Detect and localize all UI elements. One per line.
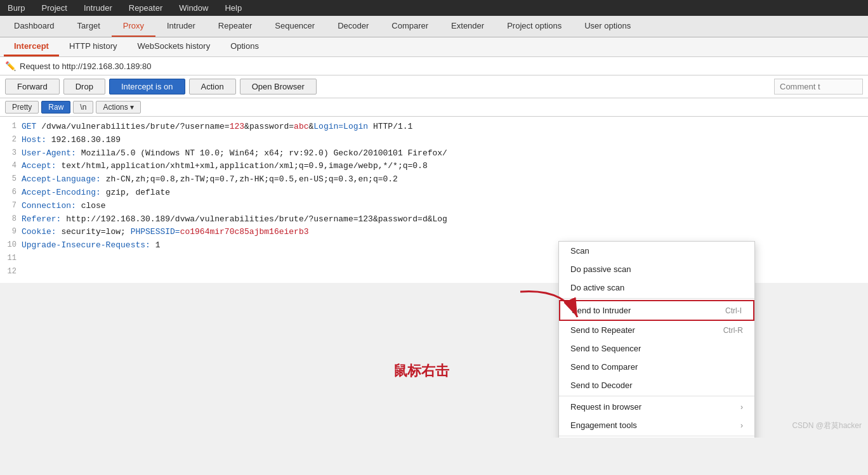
ctx-engagement-tools-label: Engagement tools	[570, 420, 637, 430]
ctx-send-repeater[interactable]: Send to Repeater Ctrl-R	[559, 321, 754, 339]
editor-line-3: 3 User-Agent: Mozilla/5.0 (Windows NT 10…	[5, 147, 863, 160]
context-menu: Scan Do passive scan Do active scan Send…	[558, 241, 755, 438]
ctx-sep-1	[559, 298, 754, 299]
tab-proxy[interactable]: Proxy	[112, 16, 155, 37]
actions-button[interactable]: Actions ▾	[96, 101, 140, 114]
chinese-annotation: 鼠标右击	[393, 361, 449, 381]
tab-decoder[interactable]: Decoder	[326, 16, 380, 37]
ctx-engagement-tools[interactable]: Engagement tools ›	[559, 416, 754, 434]
subtab-intercept[interactable]: Intercept	[4, 37, 59, 56]
drop-button[interactable]: Drop	[63, 79, 105, 94]
editor-line-2: 2 Host: 192.168.30.189	[5, 134, 863, 147]
ctx-send-decoder-label: Send to Decoder	[570, 381, 633, 390]
ctx-send-comparer[interactable]: Send to Comparer	[559, 358, 754, 376]
tab-user-options[interactable]: User options	[573, 16, 642, 37]
sub-tab-bar: Intercept HTTP history WebSockets histor…	[0, 37, 868, 57]
ctx-request-browser[interactable]: Request in browser ›	[559, 398, 754, 416]
comment-input[interactable]	[774, 79, 863, 94]
ctx-engagement-tools-arrow: ›	[740, 421, 743, 430]
editor-line-9: 9 Cookie: security=low; PHPSESSID=co1964…	[5, 226, 863, 239]
menu-window[interactable]: Window	[175, 1, 212, 15]
subtab-options[interactable]: Options	[220, 37, 269, 56]
request-toolbar: ✏️ Request to http://192.168.30.189:80	[0, 57, 868, 75]
editor-line-4: 4 Accept: text/html,application/xhtml+xm…	[5, 160, 863, 173]
ctx-send-sequencer[interactable]: Send to Sequencer	[559, 339, 754, 358]
ctx-sep-2	[559, 396, 754, 396]
ctx-sep-3	[559, 436, 754, 436]
ctx-send-intruder-shortcut: Ctrl-I	[725, 306, 742, 315]
request-label: Request to http://192.168.30.189:80	[20, 62, 151, 71]
editor-line-7: 7 Connection: close	[5, 200, 863, 213]
ctx-active-scan[interactable]: Do active scan	[559, 278, 754, 297]
menu-bar: Burp Project Intruder Repeater Window He…	[0, 0, 868, 16]
ctx-send-repeater-label: Send to Repeater	[570, 325, 635, 335]
ctx-send-decoder[interactable]: Send to Decoder	[559, 376, 754, 394]
ctx-send-repeater-shortcut: Ctrl-R	[723, 326, 743, 335]
ctx-send-intruder-label: Send to Intruder	[572, 306, 631, 315]
ctx-send-sequencer-label: Send to Sequencer	[570, 344, 641, 353]
tab-target[interactable]: Target	[66, 16, 112, 37]
actions-label: Actions	[103, 103, 128, 112]
edit-icon: ✏️	[5, 61, 16, 71]
editor-line-6: 6 Accept-Encoding: gzip, deflate	[5, 186, 863, 200]
open-browser-button[interactable]: Open Browser	[240, 79, 317, 94]
tab-extender[interactable]: Extender	[440, 16, 496, 37]
menu-help[interactable]: Help	[221, 1, 246, 15]
editor-line-5: 5 Accept-Language: zh-CN,zh;q=0.8,zh-TW;…	[5, 173, 863, 186]
tab-intruder[interactable]: Intruder	[155, 16, 207, 37]
forward-button[interactable]: Forward	[5, 79, 60, 94]
menu-burp[interactable]: Burp	[4, 1, 29, 15]
editor-line-8: 8 Referer: http://192.168.30.189/dvwa/vu…	[5, 213, 863, 226]
tab-comparer[interactable]: Comparer	[380, 16, 440, 37]
newline-button[interactable]: \n	[73, 101, 93, 114]
subtab-websockets-history[interactable]: WebSockets history	[128, 37, 221, 56]
tab-project-options[interactable]: Project options	[496, 16, 573, 37]
tab-sequencer[interactable]: Sequencer	[263, 16, 326, 37]
ctx-send-intruder[interactable]: Send to Intruder Ctrl-I	[559, 300, 754, 321]
ctx-scan-label: Scan	[570, 246, 589, 256]
ctx-passive-scan[interactable]: Do passive scan	[559, 260, 754, 278]
ctx-passive-scan-label: Do passive scan	[570, 264, 631, 274]
actions-chevron-icon: ▾	[130, 103, 134, 112]
intercept-button[interactable]: Intercept is on	[109, 79, 185, 94]
tab-repeater[interactable]: Repeater	[207, 16, 263, 37]
tab-dashboard[interactable]: Dashboard	[3, 16, 66, 37]
ctx-active-scan-label: Do active scan	[570, 283, 624, 292]
ctx-request-browser-arrow: ›	[740, 403, 743, 412]
raw-button[interactable]: Raw	[41, 101, 70, 114]
watermark: CSDN @君莫hacker	[792, 420, 862, 431]
subtab-http-history[interactable]: HTTP history	[59, 37, 128, 56]
main-tab-bar: Dashboard Target Proxy Intruder Repeater…	[0, 16, 868, 37]
menu-intruder[interactable]: Intruder	[80, 1, 116, 15]
main-content: ✏️ Request to http://192.168.30.189:80 F…	[0, 57, 868, 438]
editor-line-1: 1 GET /dvwa/vulnerabilities/brute/?usern…	[5, 120, 863, 134]
ctx-send-comparer-label: Send to Comparer	[570, 362, 638, 372]
menu-repeater[interactable]: Repeater	[125, 1, 166, 15]
action-button[interactable]: Action	[189, 79, 236, 94]
menu-project[interactable]: Project	[37, 1, 70, 15]
pretty-button[interactable]: Pretty	[5, 101, 39, 114]
ctx-request-browser-label: Request in browser	[570, 402, 641, 412]
ctx-scan[interactable]: Scan	[559, 242, 754, 260]
format-bar: Pretty Raw \n Actions ▾	[0, 98, 868, 117]
button-bar: Forward Drop Intercept is on Action Open…	[0, 75, 868, 98]
